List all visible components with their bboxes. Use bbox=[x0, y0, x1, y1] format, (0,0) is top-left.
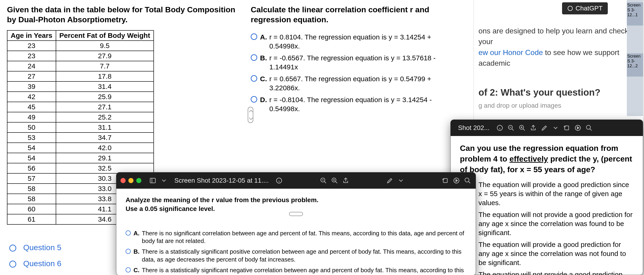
table-cell: 58 bbox=[7, 194, 56, 204]
window-titlebar[interactable]: Screen Shot 2023-12-05 at 11.... bbox=[116, 172, 476, 189]
share-icon[interactable] bbox=[342, 176, 350, 184]
preview-window-rvalue: Screen Shot 2023-12-05 at 11.... Analyze… bbox=[116, 172, 476, 275]
window-titlebar[interactable]: Shot 202... bbox=[450, 120, 643, 136]
option-text: r = 0.6567. The regression equation is y… bbox=[269, 74, 450, 92]
answer-option[interactable]: D.r = -0.8104. The regression equation i… bbox=[251, 95, 450, 113]
info-icon[interactable] bbox=[496, 124, 504, 132]
radio-icon bbox=[251, 34, 257, 40]
fullscreen-button[interactable] bbox=[136, 178, 142, 183]
info-icon[interactable] bbox=[275, 176, 283, 184]
window-title: Shot 202... bbox=[458, 124, 490, 132]
table-row: 3931.4 bbox=[7, 82, 154, 92]
thumbnail[interactable]: Screen S 3-12...2 bbox=[627, 54, 643, 76]
markup-icon[interactable] bbox=[386, 176, 394, 184]
zoom-out-icon[interactable] bbox=[507, 124, 515, 132]
table-cell: 7.7 bbox=[56, 61, 154, 71]
autoplay-icon[interactable] bbox=[452, 176, 460, 184]
table-cell: 25.2 bbox=[56, 112, 154, 122]
svg-line-14 bbox=[590, 129, 592, 131]
table-cell: 29.1 bbox=[56, 153, 154, 163]
table-row: 4225.9 bbox=[7, 92, 154, 102]
table-row: 5031.1 bbox=[7, 122, 154, 132]
answer-option[interactable]: B.There is a statistically significant p… bbox=[126, 248, 466, 264]
zoom-in-icon[interactable] bbox=[518, 124, 526, 132]
option-text: There is a statistically significant neg… bbox=[142, 266, 466, 275]
table-cell: 58 bbox=[7, 184, 56, 194]
minimize-button[interactable] bbox=[128, 178, 134, 183]
search-icon[interactable] bbox=[464, 176, 472, 184]
option-label: B. bbox=[134, 248, 140, 256]
chevron-down-icon[interactable] bbox=[397, 176, 405, 184]
radio-icon bbox=[251, 75, 257, 82]
answer-option[interactable]: A.r = 0.8104. The regression equation is… bbox=[251, 32, 450, 50]
svg-point-0 bbox=[568, 6, 572, 11]
table-row: 2717.8 bbox=[7, 71, 154, 82]
answer-option[interactable]: B.r = -0.6567. The regression equation i… bbox=[251, 54, 450, 72]
table-cell: 31.4 bbox=[56, 82, 154, 92]
table-cell: 60 bbox=[7, 204, 56, 214]
close-button[interactable] bbox=[120, 178, 126, 183]
zoom-out-icon[interactable] bbox=[320, 176, 327, 184]
sidebar-icon[interactable] bbox=[149, 176, 157, 184]
table-row: 5442.0 bbox=[7, 143, 154, 153]
table-cell: 45 bbox=[7, 102, 56, 112]
answer-option[interactable]: A.There is no significant correlation be… bbox=[126, 230, 466, 245]
table-row: 239.5 bbox=[7, 40, 154, 51]
answer-option[interactable]: A.The equation will provide a good predi… bbox=[460, 180, 634, 207]
rotate-icon[interactable] bbox=[441, 176, 449, 184]
table-cell: 39 bbox=[7, 82, 56, 92]
radio-icon bbox=[251, 96, 257, 102]
table-cell: 27 bbox=[7, 71, 56, 82]
table-cell: 53 bbox=[7, 132, 56, 143]
answer-option[interactable]: C.r = 0.6567. The regression equation is… bbox=[251, 74, 450, 92]
pill-handle-icon[interactable] bbox=[289, 212, 303, 216]
markup-icon[interactable] bbox=[540, 124, 548, 132]
honor-code-link[interactable]: ew our Honor Code bbox=[478, 48, 543, 56]
table-cell: 61 bbox=[7, 214, 56, 224]
question-heading: Analyze the meaning of the r value from … bbox=[126, 196, 466, 213]
radio-icon bbox=[126, 249, 131, 254]
table-cell: 56 bbox=[7, 163, 56, 173]
question-nav-5[interactable]: Question 5 bbox=[9, 243, 61, 252]
radio-icon bbox=[9, 260, 16, 268]
resize-handle-icon[interactable] bbox=[248, 107, 253, 123]
table-cell: 50 bbox=[7, 122, 56, 132]
answer-option[interactable]: D.The equation will not provide a good p… bbox=[460, 270, 634, 275]
radio-icon bbox=[251, 54, 257, 61]
table-row: 4925.2 bbox=[7, 112, 154, 122]
radio-icon bbox=[126, 230, 131, 236]
svg-point-29 bbox=[465, 178, 469, 182]
option-text: The equation will not provide a good pre… bbox=[478, 210, 634, 237]
chevron-down-icon[interactable] bbox=[160, 176, 168, 184]
question-nav-label: Question 5 bbox=[23, 243, 61, 252]
table-row: 4527.1 bbox=[7, 102, 154, 112]
chatgpt-tab[interactable]: ChatGPT bbox=[562, 2, 608, 14]
share-icon[interactable] bbox=[529, 124, 537, 132]
table-cell: 31.1 bbox=[56, 122, 154, 132]
answer-option[interactable]: B.The equation will not provide a good p… bbox=[460, 210, 634, 237]
quiz-prompt-right: Calculate the linear correlation coeffic… bbox=[251, 5, 450, 24]
table-row: 5429.1 bbox=[7, 153, 154, 163]
answer-option[interactable]: C.There is a statistically significant n… bbox=[126, 266, 466, 275]
question-nav-6[interactable]: Question 6 bbox=[9, 259, 61, 268]
background-site-partial: ChatGPT ons are designed to help you lea… bbox=[474, 0, 643, 121]
chevron-down-icon[interactable] bbox=[552, 124, 560, 132]
desktop-thumbnails: Screen S 3-12...1 Screen S 3-12...2 bbox=[627, 0, 643, 116]
chatgpt-icon bbox=[567, 5, 573, 11]
table-cell: 27.9 bbox=[56, 51, 154, 61]
svg-point-13 bbox=[586, 125, 590, 130]
table-header-age: Age in Years bbox=[7, 30, 56, 40]
thumbnail[interactable]: Screen S 3-12...1 bbox=[627, 2, 643, 26]
question-nav: Question 5 Question 6 bbox=[9, 243, 61, 268]
table-row: 5632.5 bbox=[7, 163, 154, 173]
autoplay-icon[interactable] bbox=[574, 124, 582, 132]
option-label: C. bbox=[134, 266, 140, 274]
zoom-in-icon[interactable] bbox=[330, 176, 338, 184]
table-cell: 42.0 bbox=[56, 143, 154, 153]
option-text: r = -0.8104. The regression equation is … bbox=[269, 95, 450, 113]
answer-option[interactable]: C.The equation will provide a good predi… bbox=[460, 240, 634, 267]
option-label: D. bbox=[260, 95, 267, 104]
question-nav-label: Question 6 bbox=[23, 259, 61, 268]
rotate-icon[interactable] bbox=[563, 124, 571, 132]
search-icon[interactable] bbox=[585, 124, 593, 132]
